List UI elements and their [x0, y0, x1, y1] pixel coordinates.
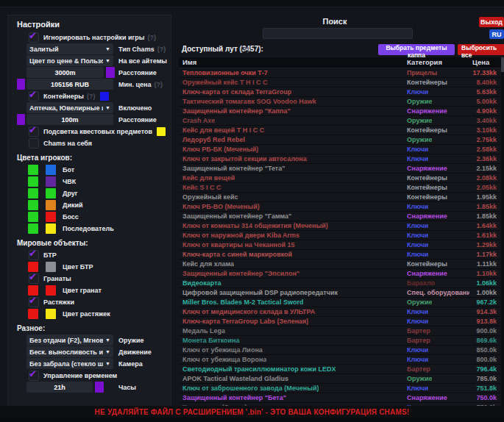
drop-all-button[interactable]: Выбросить все	[458, 44, 504, 55]
table-scrollbar-thumb[interactable]	[501, 57, 504, 72]
loot-row[interactable]: Монета БиткоинаБартер869.6k	[179, 336, 501, 346]
loot-row[interactable]: Ледоруб Red RebelОружие2.75kk	[179, 135, 501, 145]
loot-row[interactable]: Ключ-карта с синей маркировкойКлючи1.17k…	[179, 250, 501, 260]
item-name: Miller Bros. Blades M-2 Tactical Sword	[182, 298, 303, 306]
dropdown[interactable]: Цвет по цене & Пользователь▼	[26, 55, 113, 66]
dropdown[interactable]: Без забрала (стекло шлема)▼	[26, 358, 113, 369]
checkbox-checked[interactable]	[29, 371, 39, 381]
dropdown[interactable]: Залитый▼	[26, 43, 113, 54]
color-swatch[interactable]	[28, 212, 38, 222]
loot-row[interactable]: ВидеокартаБарахло1.06kk	[179, 279, 501, 288]
checkbox-checked[interactable]	[29, 126, 39, 137]
loot-row[interactable]: Цифровой защищенный DSP радиопередатчикС…	[179, 288, 501, 298]
color-swatch[interactable]	[28, 200, 38, 210]
color-swatch[interactable]	[46, 309, 56, 319]
color-swatch[interactable]	[95, 382, 104, 393]
exit-button[interactable]: Выход	[479, 17, 504, 27]
checkbox-unchecked[interactable]	[29, 138, 39, 149]
loot-row[interactable]: Ключ от убежища ВоронаКлючи800.0k	[179, 355, 501, 365]
loot-row[interactable]: Crash AxeОружие3.40kk	[179, 116, 501, 126]
search-input[interactable]	[263, 28, 413, 39]
color-swatch[interactable]	[100, 92, 109, 101]
loot-row[interactable]: Кейс S I C CКонтейнеры2.05kk	[179, 183, 501, 193]
color-swatch[interactable]	[28, 188, 38, 199]
loot-row[interactable]: Оружейный кейсКонтейнеры1.95kk	[179, 193, 501, 202]
loot-row[interactable]: Ключ от убежища ЛионаКлючи850.0k	[179, 346, 501, 355]
loot-row[interactable]: Ключ от заброшенного завода (Меченый)Клю…	[179, 384, 501, 393]
color-swatch[interactable]	[28, 262, 38, 272]
loot-row[interactable]: Ключ-карта TerraGroup Labs (Зеленая)Ключ…	[179, 317, 501, 326]
item-price: 8.40kk	[476, 79, 497, 86]
loot-row[interactable]: Кейс для хламаКонтейнеры1.11kk	[179, 260, 501, 269]
color-swatch[interactable]	[157, 127, 166, 136]
loot-row[interactable]: Тактический томагавк SOG Voodoo HawkОруж…	[179, 97, 501, 107]
loot-row[interactable]: APOK Tactical Wasteland GladiusОружие785…	[179, 374, 501, 384]
help-icon: (?)	[154, 81, 163, 88]
color-swatch[interactable]	[106, 67, 115, 78]
color-swatch[interactable]	[46, 223, 56, 234]
color-pair-row: Босс	[8, 211, 171, 222]
color-swatch[interactable]	[46, 212, 56, 222]
loot-row[interactable]: Тепловизионные очки Т-7Прицелы17.33kk	[179, 68, 501, 78]
color-swatch[interactable]	[46, 165, 56, 175]
loot-row[interactable]: Светодиодный трансиллюминатор кожи LEDXБ…	[179, 365, 501, 374]
color-swatch[interactable]	[17, 114, 25, 125]
text-input[interactable]: 3000m	[26, 67, 104, 78]
loot-row[interactable]: Ключ от закрытой секции автосалонаКлючи2…	[179, 154, 501, 164]
loot-row[interactable]: Ключ от медицинского склада в УЛЬТРАКлюч…	[179, 307, 501, 317]
loot-title: Доступный лут (3457):	[182, 45, 263, 53]
color-swatch[interactable]	[46, 200, 56, 210]
column-header-price[interactable]: Цена	[472, 58, 489, 66]
loot-row[interactable]: Ключ от комнаты 314 общежития (Меченый)К…	[179, 221, 501, 231]
dropdown[interactable]: Аптечка, Ювелирные и...▼	[26, 102, 113, 113]
color-swatch[interactable]	[28, 165, 38, 175]
select-kappa-items-button[interactable]: Выбрать предметы каппа	[378, 44, 455, 55]
column-header-name[interactable]: Имя	[182, 58, 196, 66]
item-category: Ключи	[407, 155, 428, 162]
loot-row[interactable]: Ключ РБ-БК (Меченый)Ключи2.58kk	[179, 145, 501, 154]
item-name: Ключ РБ-БК (Меченый)	[182, 146, 258, 153]
color-swatch[interactable]	[28, 176, 38, 187]
color-swatch[interactable]	[46, 262, 56, 272]
loot-row[interactable]: Защищенный контейнер "Каппа"Снаряжение4.…	[179, 107, 501, 116]
color-swatch[interactable]	[46, 176, 56, 187]
dropdown[interactable]: Беск. выносливость и нет уста▼	[26, 346, 113, 357]
checkbox-checked[interactable]	[29, 91, 39, 101]
loot-row[interactable]: Защищенный контейнер "Бета"Снаряжение750…	[179, 393, 501, 403]
loot-row[interactable]: Ключ-карта от склада TerraGroupКлючи5.63…	[179, 87, 501, 97]
loot-row[interactable]: Оружейный кейс Т Н I С СКонтейнеры8.40kk	[179, 78, 501, 87]
table-scrollbar[interactable]	[501, 57, 504, 407]
color-swatch[interactable]	[17, 79, 25, 90]
loot-row[interactable]: Ключ РБ-ВО (Меченый)Ключи1.85kk	[179, 202, 501, 212]
color-swatch[interactable]	[28, 309, 38, 319]
color-swatch[interactable]	[46, 188, 56, 199]
loot-row[interactable]: Ключ от наружной двери Kiba ArmsКлючи1.6…	[179, 231, 501, 240]
color-swatch[interactable]	[28, 223, 38, 234]
text-input[interactable]: 105156 RUB	[26, 79, 113, 90]
checkbox-checked[interactable]	[29, 297, 39, 307]
loot-row[interactable]: Защищенный контейнер "Эпсилон"Снаряжение…	[179, 269, 501, 279]
language-button[interactable]: RU	[489, 29, 504, 39]
loot-row[interactable]: Защищенный контейнер "Тета"Снаряжение2.1…	[179, 164, 501, 174]
item-price: 967.2k	[476, 298, 497, 306]
checkbox-checked[interactable]	[29, 250, 39, 260]
loot-row[interactable]: Медаль LegaБартер900.0k	[179, 326, 501, 336]
column-header-category[interactable]: Категория	[407, 58, 442, 66]
dropdown[interactable]: Без отдачи (F2), Мгновенное п▼	[26, 335, 113, 346]
loot-row[interactable]: Miller Bros. Blades M-2 Tactical SwordОр…	[179, 298, 501, 307]
loot-row[interactable]: Ключ от квартиры на Чеканной 15Ключи1.29…	[179, 240, 501, 250]
checkbox-checked[interactable]	[29, 32, 39, 43]
checkbox-checked[interactable]	[29, 273, 39, 284]
loot-row[interactable]: Кейс для вещейКонтейнеры2.08kk	[179, 174, 501, 183]
input-row: 3000mРасстояние	[8, 67, 171, 78]
item-price: 750.0k	[476, 394, 497, 401]
item-price: 2.58kk	[476, 146, 497, 153]
color-swatch[interactable]	[46, 285, 56, 296]
text-input[interactable]: 100m	[26, 114, 113, 125]
loot-row[interactable]: Защищенный контейнер "Гамма"Снаряжение1.…	[179, 212, 501, 221]
text-input[interactable]: 21h	[26, 382, 93, 393]
loot-row[interactable]: Кейс для вещей Т Н I С СКонтейнеры3.10kk	[179, 126, 501, 135]
item-price: 796.4k	[476, 365, 497, 373]
color-swatch[interactable]	[28, 285, 38, 296]
window-top-strip	[0, 0, 504, 7]
